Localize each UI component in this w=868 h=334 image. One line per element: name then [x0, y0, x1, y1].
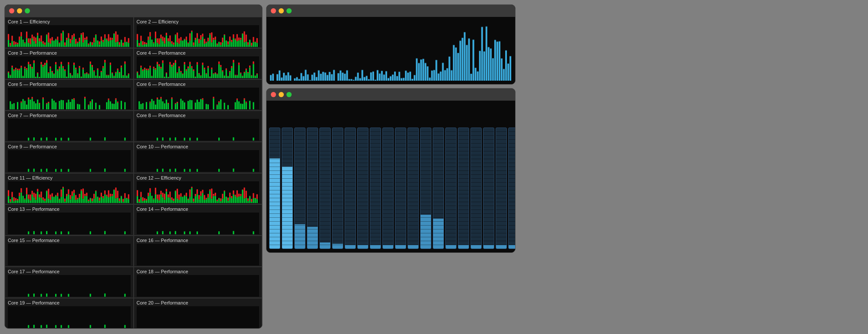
mem-bar-group-10 [395, 104, 406, 249]
core-cell-19: Core 19 — Performance [5, 298, 134, 328]
core-canvas-18 [137, 275, 260, 297]
mem-bar-outer-15 [458, 128, 469, 249]
mem-bar-group-1 [282, 104, 293, 249]
core-label-5: Core 5 — Performance [8, 82, 131, 87]
mem-bar-group-18 [496, 104, 507, 249]
mem-bar-outer-14 [445, 128, 457, 249]
core-cell-7: Core 7 — Performance [5, 111, 134, 142]
core-chart-4 [137, 56, 260, 78]
mem-bar-group-0 [269, 104, 280, 249]
mem-bar-outer-13 [433, 128, 444, 249]
close-button[interactable] [9, 8, 14, 13]
core-canvas-12 [137, 181, 260, 203]
mem-bar-group-7 [357, 104, 368, 249]
core-canvas-15 [8, 244, 131, 265]
mem-bar-group-14 [445, 104, 457, 249]
mem-bar-group-5 [332, 104, 343, 249]
mem-bar-group-13 [433, 104, 444, 249]
core-chart-1 [8, 25, 131, 47]
core-cell-3: Core 3 — Performance [5, 48, 134, 79]
core-cell-10: Core 10 — Performance [134, 142, 263, 173]
mem-maximize-button[interactable] [286, 92, 292, 97]
mem-bar-outer-6 [345, 128, 356, 249]
gpu-close-button[interactable] [271, 8, 276, 13]
core-canvas-3 [8, 56, 131, 78]
core-label-10: Core 10 — Performance [137, 144, 260, 149]
core-chart-13 [8, 213, 131, 234]
core-cell-11: Core 11 — Efficiency [5, 173, 134, 204]
core-label-11: Core 11 — Efficiency [8, 175, 131, 180]
core-label-17: Core 17 — Performance [8, 269, 131, 274]
core-canvas-17 [8, 275, 131, 297]
cpu-history-window: Core 1 — EfficiencyCore 2 — EfficiencyCo… [4, 4, 263, 329]
core-chart-10 [137, 150, 260, 172]
core-canvas-7 [8, 119, 131, 141]
core-label-9: Core 9 — Performance [8, 144, 131, 149]
core-label-4: Core 4 — Performance [137, 50, 260, 56]
mem-bar-outer-4 [319, 128, 331, 249]
mem-bar-outer-18 [496, 128, 507, 249]
mem-bar-outer-0 [269, 128, 280, 249]
mem-close-button[interactable] [271, 92, 276, 97]
core-cell-6: Core 6 — Performance [134, 79, 263, 111]
core-chart-12 [137, 181, 260, 203]
gpu-minimize-button[interactable] [279, 8, 284, 13]
core-label-18: Core 18 — Performance [137, 269, 260, 274]
gpu-chart-canvas [270, 23, 512, 81]
mem-bar-group-4 [319, 104, 331, 249]
mem-bar-group-9 [382, 104, 394, 249]
core-cell-8: Core 8 — Performance [134, 111, 263, 142]
mem-bar-group-15 [458, 104, 469, 249]
core-cell-15: Core 15 — Performance [5, 236, 134, 267]
mem-bar-outer-2 [294, 128, 306, 249]
gpu-chart-content [266, 17, 515, 84]
core-chart-16 [137, 244, 260, 265]
core-canvas-5 [8, 88, 131, 109]
core-cell-13: Core 13 — Performance [5, 204, 134, 236]
mem-bar-group-19 [508, 104, 516, 249]
mem-bar-group-11 [408, 104, 419, 249]
mem-bar-group-2 [294, 104, 306, 249]
mem-bar-outer-12 [420, 128, 431, 249]
core-canvas-19 [8, 306, 131, 328]
core-label-12: Core 12 — Efficiency [137, 175, 260, 180]
memory-window [266, 88, 516, 253]
maximize-button[interactable] [25, 8, 30, 13]
core-chart-19 [8, 306, 131, 328]
mem-minimize-button[interactable] [279, 92, 284, 97]
minimize-button[interactable] [17, 8, 22, 13]
mem-bar-group-12 [420, 104, 431, 249]
core-chart-3 [8, 56, 131, 78]
core-chart-2 [137, 25, 260, 47]
cpu-title-bar [5, 5, 262, 17]
core-canvas-20 [137, 306, 260, 328]
core-canvas-1 [8, 25, 131, 47]
core-label-2: Core 2 — Efficiency [137, 19, 260, 24]
core-label-19: Core 19 — Performance [8, 300, 131, 305]
right-column [266, 4, 516, 253]
core-canvas-16 [137, 244, 260, 265]
core-canvas-8 [137, 119, 260, 141]
core-canvas-2 [137, 25, 260, 47]
mem-bar-group-16 [470, 104, 482, 249]
core-cell-18: Core 18 — Performance [134, 267, 263, 298]
core-cell-2: Core 2 — Efficiency [134, 17, 263, 48]
mem-bar-outer-17 [483, 128, 494, 249]
gpu-maximize-button[interactable] [286, 8, 292, 13]
mem-title-bar [266, 88, 515, 101]
mem-bar-outer-9 [382, 128, 394, 249]
core-label-8: Core 8 — Performance [137, 113, 260, 118]
core-label-6: Core 6 — Performance [137, 82, 260, 87]
core-label-16: Core 16 — Performance [137, 238, 260, 243]
mem-bar-outer-1 [282, 128, 293, 249]
gpu-title-bar [266, 5, 515, 17]
mem-bar-group-3 [307, 104, 318, 249]
mem-bar-group-6 [345, 104, 356, 249]
core-canvas-13 [8, 213, 131, 234]
core-label-20: Core 20 — Performance [137, 300, 260, 305]
mem-bar-group-8 [370, 104, 381, 249]
core-cell-17: Core 17 — Performance [5, 267, 134, 298]
core-label-1: Core 1 — Efficiency [8, 19, 131, 24]
core-cell-1: Core 1 — Efficiency [5, 17, 134, 48]
core-chart-6 [137, 88, 260, 109]
